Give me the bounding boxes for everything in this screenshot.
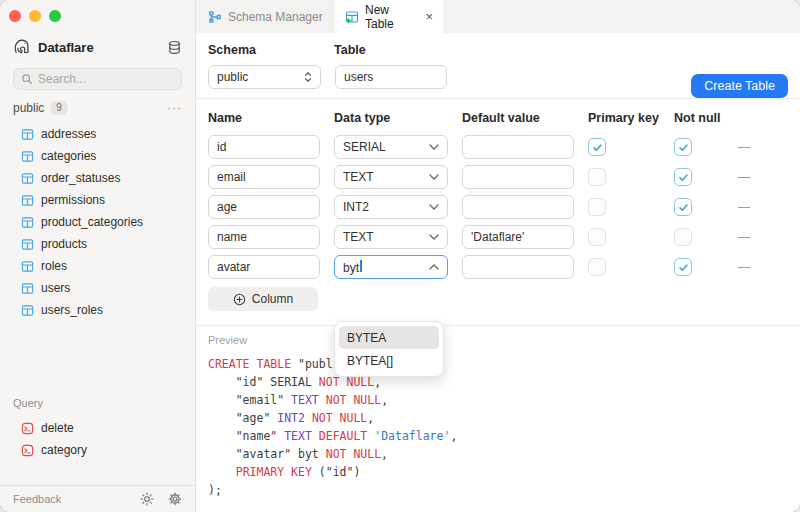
chevron-down-icon [429, 204, 439, 210]
data-type-select[interactable]: TEXT [334, 165, 448, 189]
header-primary-key: Primary key [588, 111, 660, 125]
sidebar-item-products[interactable]: products [0, 233, 195, 255]
new-table-panel: Schema Table public Create Table [196, 33, 800, 512]
add-column-button[interactable]: Column [208, 287, 318, 311]
default-value-input[interactable] [462, 165, 574, 189]
column-row-name: TEXT — [208, 225, 788, 249]
column-name-input[interactable] [208, 165, 320, 189]
default-value-input[interactable] [462, 135, 574, 159]
primary-key-checkbox[interactable] [588, 198, 606, 216]
header-data-type: Data type [334, 111, 448, 125]
column-name-input[interactable] [208, 195, 320, 219]
sidebar-item-users[interactable]: users [0, 277, 195, 299]
sidebar-item-roles[interactable]: roles [0, 255, 195, 277]
sidebar-item-permissions[interactable]: permissions [0, 189, 195, 211]
close-tab-icon[interactable]: × [425, 10, 433, 23]
column-name-input[interactable] [208, 225, 320, 249]
data-type-select[interactable]: SERIAL [334, 135, 448, 159]
settings-gear-icon[interactable] [168, 492, 182, 506]
column-row-id: SERIAL — [208, 135, 788, 159]
plus-circle-icon [233, 293, 246, 306]
sidebar: Dataflare public 9 ··· [0, 0, 196, 512]
schema-group-row[interactable]: public 9 ··· [13, 101, 182, 115]
dropdown-option-bytea-array[interactable]: BYTEA[] [339, 349, 439, 372]
preview-section: Preview CREATE TABLE "public"."users" ( … [196, 326, 800, 499]
not-null-checkbox[interactable] [674, 228, 692, 246]
main-area: Schema Manager New Table × Schema Table [196, 0, 800, 512]
window-controls [0, 0, 195, 22]
primary-key-checkbox[interactable] [588, 258, 606, 276]
column-name-input[interactable] [208, 135, 320, 159]
search-icon [21, 73, 33, 85]
dataflare-elephant-logo-icon [13, 38, 31, 56]
table-list: addresses categories order_statuses perm… [0, 123, 195, 321]
zoom-window-button[interactable] [49, 10, 61, 22]
app-title: Dataflare [38, 40, 167, 55]
sql-code: CREATE TABLE "public"."users" ( "id" SER… [208, 355, 788, 499]
remove-column-button[interactable]: — [738, 140, 762, 154]
chevron-up-icon [429, 264, 439, 270]
column-row-email: TEXT — [208, 165, 788, 189]
header-not-null: Not null [674, 111, 724, 125]
table-label: Table [334, 43, 366, 57]
data-type-dropdown: BYTEA BYTEA[] [334, 321, 444, 377]
more-options-icon[interactable]: ··· [167, 101, 182, 115]
table-name-input[interactable] [335, 65, 447, 89]
dropdown-option-bytea[interactable]: BYTEA [339, 326, 439, 349]
schema-manager-icon [208, 10, 222, 24]
tab-bar: Schema Manager New Table × [196, 0, 800, 33]
schema-select[interactable]: public [208, 65, 321, 89]
table-count-badge: 9 [50, 101, 68, 115]
data-type-combobox[interactable]: byt [334, 255, 448, 279]
schema-group-label: public [13, 101, 44, 115]
app-window: Dataflare public 9 ··· [0, 0, 800, 512]
default-value-input[interactable] [462, 255, 574, 279]
sidebar-item-categories[interactable]: categories [0, 145, 195, 167]
default-value-input[interactable] [462, 225, 574, 249]
sidebar-item-addresses[interactable]: addresses [0, 123, 195, 145]
column-row-avatar: byt — [208, 255, 788, 279]
header-default-value: Default value [462, 111, 574, 125]
stepper-icon [304, 71, 312, 83]
query-section: Query delete category [0, 397, 195, 461]
sidebar-footer: Feedback [0, 485, 195, 512]
schema-label: Schema [208, 43, 334, 57]
remove-column-button[interactable]: — [738, 200, 762, 214]
column-name-input[interactable] [208, 255, 320, 279]
search-input[interactable] [38, 72, 174, 86]
not-null-checkbox[interactable] [674, 168, 692, 186]
not-null-checkbox[interactable] [674, 198, 692, 216]
not-null-checkbox[interactable] [674, 258, 692, 276]
feedback-button[interactable]: Feedback [13, 493, 126, 505]
tab-new-table[interactable]: New Table × [335, 0, 443, 33]
remove-column-button[interactable]: — [738, 260, 762, 274]
chevron-down-icon [429, 174, 439, 180]
column-row-age: INT2 — [208, 195, 788, 219]
data-type-select[interactable]: TEXT [334, 225, 448, 249]
preview-label: Preview [208, 334, 788, 346]
not-null-checkbox[interactable] [674, 138, 692, 156]
primary-key-checkbox[interactable] [588, 138, 606, 156]
sidebar-item-query-delete[interactable]: delete [0, 417, 195, 439]
sidebar-item-order-statuses[interactable]: order_statuses [0, 167, 195, 189]
text-caret [360, 260, 362, 272]
create-table-button[interactable]: Create Table [691, 74, 788, 98]
tab-schema-manager[interactable]: Schema Manager [196, 0, 335, 33]
close-window-button[interactable] [9, 10, 21, 22]
minimize-window-button[interactable] [29, 10, 41, 22]
primary-key-checkbox[interactable] [588, 228, 606, 246]
default-value-input[interactable] [462, 195, 574, 219]
query-section-label: Query [13, 397, 195, 409]
remove-column-button[interactable]: — [738, 170, 762, 184]
sidebar-item-product-categories[interactable]: product_categories [0, 211, 195, 233]
sidebar-item-query-category[interactable]: category [0, 439, 195, 461]
search-box[interactable] [13, 68, 182, 90]
chevron-down-icon [429, 234, 439, 240]
database-icon[interactable] [167, 40, 182, 55]
primary-key-checkbox[interactable] [588, 168, 606, 186]
chevron-down-icon [429, 144, 439, 150]
remove-column-button[interactable]: — [738, 230, 762, 244]
sidebar-item-users-roles[interactable]: users_roles [0, 299, 195, 321]
theme-toggle-icon[interactable] [140, 492, 154, 506]
data-type-select[interactable]: INT2 [334, 195, 448, 219]
